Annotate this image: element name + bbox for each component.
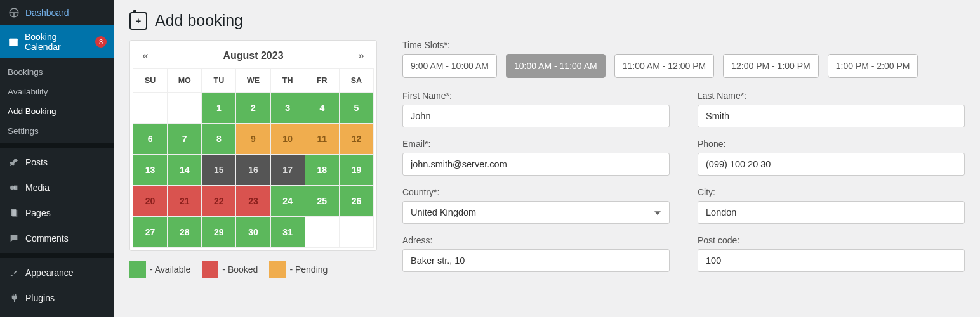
calendar-day[interactable]: 4 (305, 93, 339, 123)
calendar-dow: SU (133, 69, 167, 92)
sidebar-sub-availability[interactable]: Availability (0, 82, 114, 101)
calendar-dow: TU (202, 69, 235, 92)
page-title: Add booking (155, 11, 243, 30)
sidebar-item-booking-calendar[interactable]: Booking Calendar 3 (0, 25, 114, 58)
pin-icon (8, 156, 20, 169)
city-input[interactable] (698, 201, 965, 224)
calendar-next-button[interactable]: » (354, 49, 369, 62)
calendar-day[interactable]: 14 (168, 155, 201, 185)
calendar-day[interactable]: 17 (271, 155, 305, 185)
calendar-dow: FR (305, 69, 339, 92)
calendar-day[interactable]: 9 (236, 124, 270, 154)
active-indicator-icon (114, 37, 119, 47)
last-name-input[interactable] (698, 105, 965, 127)
calendar-day[interactable]: 23 (236, 186, 270, 216)
calendar-day (305, 217, 339, 247)
sidebar-label: Dashboard (25, 8, 69, 18)
page-header: + Add booking (129, 11, 965, 30)
calendar-day[interactable]: 6 (133, 124, 167, 154)
notification-badge: 3 (95, 36, 107, 48)
legend-swatch-pending (269, 261, 286, 278)
phone-input[interactable] (698, 153, 965, 176)
calendar-day[interactable]: 27 (133, 217, 167, 247)
calendar-dow: MO (168, 69, 201, 92)
legend-swatch-available (129, 261, 146, 278)
add-booking-icon: + (129, 12, 147, 30)
calendar-dow: TH (271, 69, 305, 92)
time-slot-button[interactable]: 1:00 PM - 2:00 PM (828, 54, 918, 78)
calendar-day[interactable]: 3 (271, 93, 305, 123)
sidebar-item-media[interactable]: Media (0, 175, 114, 200)
time-slot-button[interactable]: 9:00 AM - 10:00 AM (402, 54, 497, 78)
calendar-day[interactable]: 13 (133, 155, 167, 185)
calendar-day (168, 93, 201, 123)
calendar-day[interactable]: 5 (340, 93, 373, 123)
calendar-day[interactable]: 10 (271, 124, 305, 154)
calendar-day[interactable]: 7 (168, 124, 201, 154)
sidebar-label: Plugins (25, 293, 55, 303)
calendar-day[interactable]: 11 (305, 124, 339, 154)
postcode-input[interactable] (698, 249, 965, 272)
calendar-day[interactable]: 30 (236, 217, 270, 247)
calendar-prev-button[interactable]: « (138, 49, 153, 62)
calendar-day[interactable]: 28 (168, 217, 201, 247)
sidebar-item-dashboard[interactable]: Dashboard (0, 0, 114, 25)
calendar-day[interactable]: 31 (271, 217, 305, 247)
calendar-day (133, 93, 167, 123)
sidebar-sub-settings[interactable]: Settings (0, 121, 114, 141)
time-slot-button[interactable]: 11:00 AM - 12:00 PM (614, 54, 715, 78)
sidebar-item-appearance[interactable]: Appearance (0, 260, 114, 285)
first-name-label: First Name*: (402, 91, 670, 101)
address-input[interactable] (402, 249, 670, 272)
plug-icon (8, 292, 20, 304)
svg-rect-1 (10, 39, 18, 41)
country-select[interactable]: United Kingdom (402, 201, 670, 224)
calendar-day[interactable]: 16 (236, 155, 270, 185)
first-name-input[interactable] (402, 105, 670, 127)
calendar-day[interactable]: 1 (202, 93, 235, 123)
time-slot-button[interactable]: 10:00 AM - 11:00 AM (506, 54, 606, 78)
sidebar-label: Pages (25, 208, 51, 218)
svg-point-2 (10, 186, 15, 190)
calendar-day[interactable]: 21 (168, 186, 201, 216)
calendar-day[interactable]: 26 (340, 186, 373, 216)
calendar-day[interactable]: 2 (236, 93, 270, 123)
calendar-widget: « August 2023 » SUMOTUWETHFRSA1234567891… (129, 40, 377, 251)
email-input[interactable] (402, 153, 670, 176)
calendar-day[interactable]: 22 (202, 186, 235, 216)
sidebar-item-posts[interactable]: Posts (0, 150, 114, 175)
legend-swatch-booked (202, 261, 218, 278)
sidebar-label: Booking Calendar (25, 32, 91, 52)
calendar-day (340, 217, 373, 247)
calendar-day[interactable]: 29 (202, 217, 235, 247)
sidebar-label: Comments (25, 233, 69, 243)
calendar-dow: WE (236, 69, 270, 92)
calendar-dow: SA (340, 69, 373, 92)
calendar-legend: - Available - Booked - Pending (129, 261, 377, 278)
sidebar-label: Appearance (25, 268, 74, 278)
time-slots-label: Time Slots*: (402, 40, 965, 50)
time-slot-button[interactable]: 12:00 PM - 1:00 PM (723, 54, 819, 78)
calendar-day[interactable]: 19 (340, 155, 373, 185)
calendar-day[interactable]: 24 (271, 186, 305, 216)
pages-icon (8, 207, 20, 219)
sidebar-sub-add-booking[interactable]: Add Booking (0, 101, 114, 121)
calendar-day[interactable]: 12 (340, 124, 373, 154)
calendar-day[interactable]: 18 (305, 155, 339, 185)
sidebar-label: Posts (25, 157, 48, 167)
sidebar-label: Media (25, 183, 50, 193)
last-name-label: Last Name*: (698, 91, 965, 101)
phone-label: Phone: (698, 139, 965, 149)
sidebar-item-pages[interactable]: Pages (0, 200, 114, 226)
sidebar-item-plugins[interactable]: Plugins (0, 285, 114, 311)
calendar-day[interactable]: 8 (202, 124, 235, 154)
svg-rect-5 (12, 210, 17, 217)
calendar-day[interactable]: 15 (202, 155, 235, 185)
calendar-title: August 2023 (223, 50, 283, 61)
calendar-day[interactable]: 20 (133, 186, 167, 216)
calendar-day[interactable]: 25 (305, 186, 339, 216)
calendar-icon (8, 36, 20, 48)
svg-rect-3 (14, 186, 17, 190)
sidebar-sub-bookings[interactable]: Bookings (0, 62, 114, 82)
sidebar-item-comments[interactable]: Comments (0, 226, 114, 251)
